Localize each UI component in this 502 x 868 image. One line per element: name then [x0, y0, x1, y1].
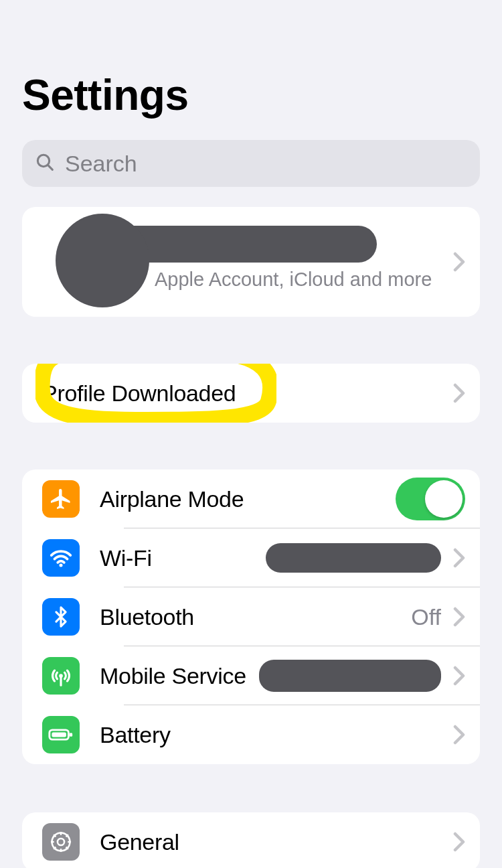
cellular-icon — [42, 657, 80, 695]
page-title: Settings — [22, 70, 480, 120]
chevron-right-icon — [453, 252, 465, 272]
bluetooth-row[interactable]: Bluetooth Off — [22, 587, 480, 646]
profile-downloaded-label: Profile Downloaded — [42, 380, 236, 407]
connectivity-group: Airplane Mode Wi-Fi — [22, 469, 480, 764]
chevron-right-icon — [453, 666, 465, 686]
toggle-knob — [425, 480, 463, 518]
battery-row[interactable]: Battery — [22, 705, 480, 764]
airplane-icon — [42, 480, 80, 518]
account-group: Apple Account, iCloud and more — [22, 207, 480, 317]
wifi-label: Wi-Fi — [100, 545, 152, 571]
chevron-right-icon — [453, 607, 465, 627]
svg-rect-7 — [70, 733, 72, 737]
bluetooth-icon — [42, 598, 80, 636]
airplane-mode-row[interactable]: Airplane Mode — [22, 469, 480, 528]
general-row[interactable]: General — [22, 812, 480, 868]
wifi-row[interactable]: Wi-Fi — [22, 528, 480, 587]
bluetooth-label: Bluetooth — [100, 604, 194, 630]
account-name-redacted — [116, 226, 377, 263]
account-subtext: Apple Account, iCloud and more — [155, 269, 432, 291]
mobile-service-row[interactable]: Mobile Service — [22, 646, 480, 705]
chevron-right-icon — [453, 725, 465, 745]
wifi-value-redacted — [266, 543, 441, 573]
airplane-mode-toggle[interactable] — [396, 478, 465, 520]
gear-icon — [42, 823, 80, 861]
battery-icon — [42, 716, 80, 753]
avatar-redacted — [56, 214, 149, 307]
search-icon — [34, 151, 56, 175]
search-input[interactable] — [65, 151, 468, 177]
general-label: General — [100, 829, 179, 855]
wifi-icon — [42, 539, 80, 577]
chevron-right-icon — [453, 383, 465, 403]
svg-point-9 — [58, 839, 64, 845]
bluetooth-value: Off — [411, 604, 441, 630]
mobile-service-label: Mobile Service — [100, 663, 246, 689]
system-group: General — [22, 812, 480, 868]
chevron-right-icon — [453, 832, 465, 852]
search-field[interactable] — [22, 140, 480, 187]
account-row[interactable]: Apple Account, iCloud and more — [22, 207, 480, 317]
svg-point-2 — [59, 564, 62, 567]
battery-label: Battery — [100, 722, 171, 748]
svg-rect-6 — [52, 732, 66, 737]
airplane-mode-label: Airplane Mode — [100, 486, 244, 512]
profile-downloaded-row[interactable]: Profile Downloaded — [22, 364, 480, 423]
mobile-value-redacted — [259, 660, 441, 692]
profile-downloaded-group: Profile Downloaded — [22, 364, 480, 423]
svg-line-1 — [48, 165, 53, 170]
chevron-right-icon — [453, 548, 465, 568]
